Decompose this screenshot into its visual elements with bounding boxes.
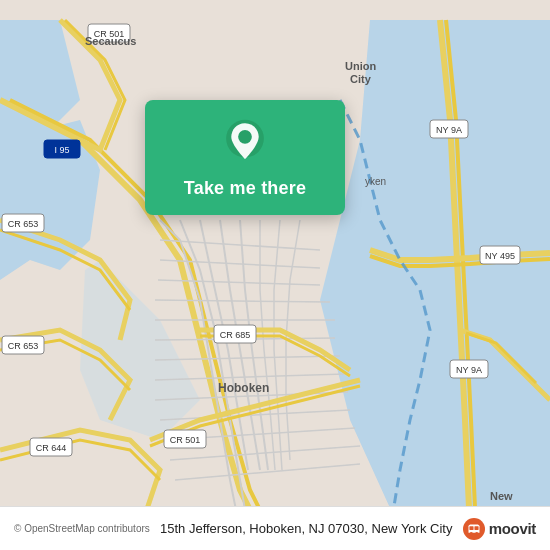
location-pin-icon xyxy=(221,118,269,166)
svg-rect-37 xyxy=(474,526,478,530)
svg-text:New: New xyxy=(490,490,513,502)
attribution-text: © OpenStreetMap contributors xyxy=(14,523,150,534)
svg-text:CR 501: CR 501 xyxy=(170,435,201,445)
svg-rect-36 xyxy=(469,526,473,530)
svg-point-35 xyxy=(475,531,478,534)
svg-text:Secaucus: Secaucus xyxy=(85,35,136,47)
svg-text:Union: Union xyxy=(345,60,376,72)
svg-text:I 95: I 95 xyxy=(54,145,69,155)
bottom-bar: © OpenStreetMap contributors 15th Jeffer… xyxy=(0,506,550,550)
moovit-text: moovit xyxy=(489,520,536,537)
moovit-logo: moovit xyxy=(463,518,536,540)
svg-text:CR 644: CR 644 xyxy=(36,443,67,453)
take-me-there-label: Take me there xyxy=(184,178,306,199)
svg-text:City: City xyxy=(350,73,372,85)
svg-text:NY 9A: NY 9A xyxy=(456,365,482,375)
svg-text:yken: yken xyxy=(365,176,386,187)
svg-text:CR 653: CR 653 xyxy=(8,219,39,229)
svg-text:Hoboken: Hoboken xyxy=(218,381,269,395)
svg-text:NY 495: NY 495 xyxy=(485,251,515,261)
take-me-there-card[interactable]: Take me there xyxy=(145,100,345,215)
moovit-icon xyxy=(463,518,485,540)
svg-text:CR 653: CR 653 xyxy=(8,341,39,351)
svg-point-34 xyxy=(469,531,472,534)
svg-text:NY 9A: NY 9A xyxy=(436,125,462,135)
map-background: CR 501 I 95 CR 653 CR 653 CR 685 CR 501 … xyxy=(0,0,550,550)
map-container: CR 501 I 95 CR 653 CR 653 CR 685 CR 501 … xyxy=(0,0,550,550)
svg-point-32 xyxy=(238,130,252,144)
address-text: 15th Jefferson, Hoboken, NJ 07030, New Y… xyxy=(150,521,463,536)
svg-text:CR 685: CR 685 xyxy=(220,330,251,340)
